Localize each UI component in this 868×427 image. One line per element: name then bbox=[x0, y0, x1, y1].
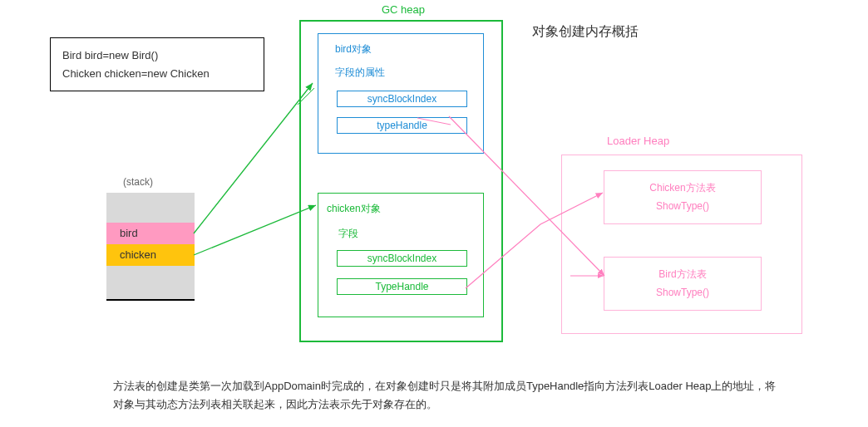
footnote-text: 方法表的创建是类第一次加载到AppDomain时完成的，在对象创建时只是将其附加… bbox=[113, 377, 778, 414]
bird-method-table-name: Bird方法表 bbox=[609, 266, 756, 284]
chicken-method-table-name: Chicken方法表 bbox=[609, 179, 756, 198]
code-line-2: Chicken chicken=new Chicken bbox=[62, 65, 252, 83]
chicken-fields-label: 字段 bbox=[338, 227, 358, 241]
stack-var-chicken: chicken bbox=[106, 244, 195, 266]
chicken-method-table-method: ShowType() bbox=[609, 198, 756, 216]
stack-label: (stack) bbox=[123, 176, 153, 188]
bird-object-name: bird对象 bbox=[335, 42, 372, 56]
bird-syncblockindex: syncBlockIndex bbox=[337, 91, 467, 107]
bird-fields-label: 字段的属性 bbox=[335, 66, 385, 80]
loader-heap-title: Loader Heap bbox=[607, 135, 669, 147]
stack-var-bird: bird bbox=[106, 223, 195, 244]
stack-box: bird chicken bbox=[106, 193, 195, 301]
arrow-bird-to-object bbox=[194, 83, 313, 233]
code-line-1: Bird bird=new Bird() bbox=[62, 47, 252, 65]
chicken-object-box: chicken对象 字段 syncBlockIndex TypeHandle bbox=[318, 193, 484, 317]
chicken-typehandle: TypeHandle bbox=[337, 278, 467, 295]
bird-object-box: bird对象 字段的属性 syncBlockIndex typeHandle bbox=[318, 33, 484, 154]
diagram-title: 对象创建内存概括 bbox=[532, 23, 639, 41]
code-declaration-box: Bird bird=new Bird() Chicken chicken=new… bbox=[50, 37, 264, 91]
bird-method-table: Bird方法表 ShowType() bbox=[604, 257, 762, 311]
gc-heap-container: bird对象 字段的属性 syncBlockIndex typeHandle c… bbox=[299, 20, 503, 342]
chicken-syncblockindex: syncBlockIndex bbox=[337, 250, 467, 267]
bird-typehandle: typeHandle bbox=[337, 117, 467, 134]
chicken-object-name: chicken对象 bbox=[327, 202, 381, 216]
bird-method-table-method: ShowType() bbox=[609, 284, 756, 302]
loader-heap-container: Chicken方法表 ShowType() Bird方法表 ShowType() bbox=[561, 155, 802, 334]
arrow-chicken-to-object bbox=[194, 205, 316, 255]
chicken-method-table: Chicken方法表 ShowType() bbox=[604, 170, 762, 224]
gc-heap-title: GC heap bbox=[316, 3, 491, 16]
